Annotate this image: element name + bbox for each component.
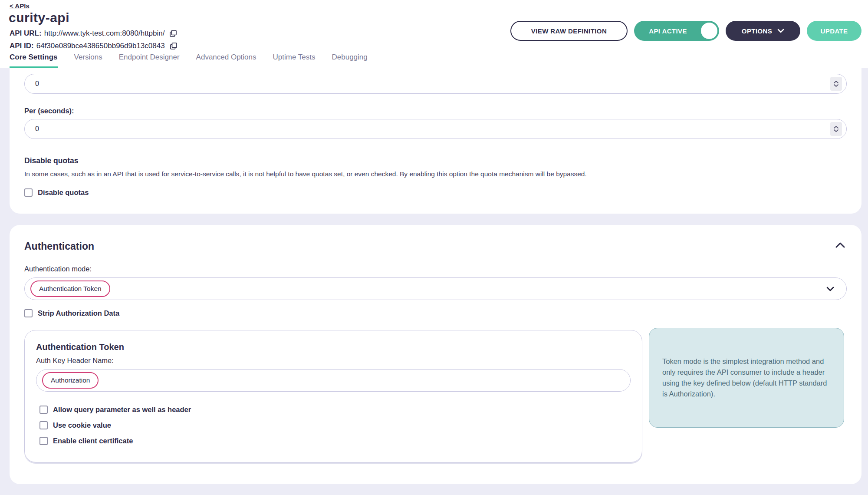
api-active-toggle[interactable]: API ACTIVE — [634, 21, 719, 41]
auth-mode-selected-value: Authentication Token — [30, 280, 110, 297]
enable-client-certificate-checkbox[interactable] — [39, 437, 48, 445]
view-raw-definition-button[interactable]: VIEW RAW DEFINITION — [510, 21, 628, 41]
api-url-label: API URL: — [10, 29, 42, 38]
page-title: curity-api — [9, 10, 69, 25]
use-cookie-value-checkbox-row[interactable]: Use cookie value — [39, 421, 631, 429]
token-panel-heading: Authentication Token — [36, 342, 631, 352]
copy-api-id-icon[interactable] — [169, 42, 178, 50]
allow-query-param-checkbox[interactable] — [39, 406, 48, 414]
per-seconds-label: Per (seconds): — [24, 107, 847, 115]
tab-debugging[interactable]: Debugging — [332, 53, 367, 68]
disable-quotas-checkbox[interactable] — [24, 188, 33, 197]
chevron-down-icon — [826, 287, 834, 291]
update-button[interactable]: UPDATE — [807, 21, 861, 41]
token-options: Allow query parameter as well as header … — [39, 406, 631, 445]
strip-authorization-label: Strip Authorization Data — [38, 309, 119, 317]
authentication-card: Authentication Authentication mode: Auth… — [10, 225, 861, 484]
auth-key-header-value: Authorization — [42, 372, 99, 389]
rate-input[interactable]: 0 — [24, 74, 847, 94]
auth-key-header-label: Auth Key Header Name: — [36, 356, 631, 365]
use-cookie-value-label: Use cookie value — [53, 421, 111, 429]
disable-quotas-checkbox-row[interactable]: Disable quotas — [24, 188, 847, 197]
api-active-label: API ACTIVE — [649, 27, 687, 35]
allow-query-param-checkbox-row[interactable]: Allow query parameter as well as header — [39, 406, 631, 414]
api-id-label: API ID: — [10, 42, 34, 50]
api-id-value: 64f30e089bce438650bb96d9b13c0843 — [36, 42, 165, 50]
enable-client-certificate-checkbox-row[interactable]: Enable client certificate — [39, 437, 631, 445]
token-mode-info-text: Token mode is the simplest integration m… — [662, 356, 827, 399]
strip-authorization-checkbox-row[interactable]: Strip Authorization Data — [24, 309, 119, 317]
disable-quotas-description: In some cases, such as in an API that is… — [24, 170, 847, 178]
copy-api-url-icon[interactable] — [169, 29, 178, 38]
per-seconds-input[interactable]: 0 — [24, 119, 847, 139]
disable-quotas-checkbox-label: Disable quotas — [38, 188, 89, 197]
page-header: < APIs curity-api API URL: http://www.ty… — [0, 0, 868, 68]
breadcrumb-apis-link[interactable]: < APIs — [10, 2, 30, 10]
strip-authorization-checkbox[interactable] — [24, 309, 33, 317]
chevron-up-icon[interactable] — [835, 242, 845, 248]
tab-uptime-tests[interactable]: Uptime Tests — [273, 53, 316, 68]
token-mode-info-box: Token mode is the simplest integration m… — [649, 328, 844, 428]
allow-query-param-label: Allow query parameter as well as header — [53, 406, 191, 414]
authentication-token-panel: Authentication Token Auth Key Header Nam… — [24, 330, 642, 462]
auth-mode-label: Authentication mode: — [24, 265, 92, 273]
tab-bar: Core Settings Versions Endpoint Designer… — [10, 53, 368, 68]
api-url-row: API URL: http://www.tyk-test.com:8080/ht… — [10, 29, 178, 38]
authentication-heading: Authentication — [24, 241, 94, 252]
auth-mode-select[interactable]: Authentication Token — [24, 277, 847, 300]
auth-key-header-input[interactable]: Authorization — [36, 369, 631, 392]
enable-client-certificate-label: Enable client certificate — [53, 437, 133, 445]
options-button[interactable]: OPTIONS — [726, 21, 800, 41]
per-seconds-input-value: 0 — [35, 125, 39, 133]
number-stepper[interactable] — [830, 122, 842, 136]
tab-versions[interactable]: Versions — [74, 53, 102, 68]
tab-core-settings[interactable]: Core Settings — [10, 53, 58, 68]
toggle-knob — [701, 23, 717, 39]
chevron-down-icon — [777, 29, 784, 33]
tab-endpoint-designer[interactable]: Endpoint Designer — [119, 53, 180, 68]
rate-limit-card: 0 Per (seconds): 0 Disable quotas In som… — [10, 68, 861, 214]
rate-input-value: 0 — [35, 80, 39, 88]
api-url-value: http://www.tyk-test.com:8080/httpbin/ — [44, 29, 165, 38]
disable-quotas-heading: Disable quotas — [24, 156, 847, 165]
use-cookie-value-checkbox[interactable] — [39, 421, 48, 429]
options-label: OPTIONS — [742, 27, 772, 35]
tab-advanced-options[interactable]: Advanced Options — [196, 53, 256, 68]
header-actions: VIEW RAW DEFINITION API ACTIVE OPTIONS U… — [510, 21, 861, 41]
number-stepper[interactable] — [830, 77, 842, 91]
api-id-row: API ID: 64f30e089bce438650bb96d9b13c0843 — [10, 42, 178, 50]
